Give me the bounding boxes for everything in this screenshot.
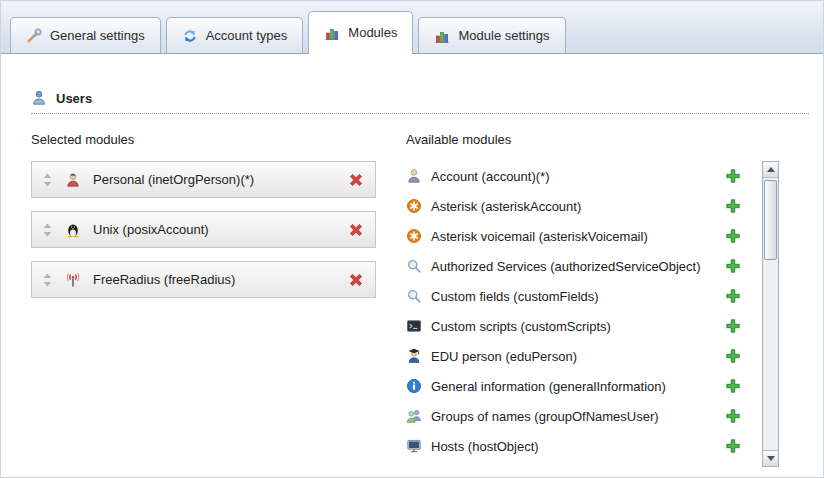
module-label: Authorized Services (authorizedServiceOb… bbox=[431, 259, 701, 274]
scroll-down-button[interactable] bbox=[763, 450, 778, 466]
module-label: Unix (posixAccount) bbox=[93, 222, 209, 237]
add-icon[interactable] bbox=[725, 318, 741, 334]
available-module-row: General information (generalInformation) bbox=[406, 371, 755, 401]
delete-icon[interactable] bbox=[348, 172, 364, 188]
selected-modules-column: Selected modules Personal (inetOrgPerson… bbox=[31, 132, 376, 467]
sync-icon bbox=[182, 28, 198, 44]
module-label: Asterisk voicemail (asteriskVoicemail) bbox=[431, 229, 648, 244]
lam-configuration-page: General settings Account types Modules M… bbox=[0, 0, 824, 478]
module-label: FreeRadius (freeRadius) bbox=[93, 272, 235, 287]
section-title: Users bbox=[56, 91, 92, 106]
add-icon[interactable] bbox=[725, 258, 741, 274]
scrollbar[interactable] bbox=[762, 161, 779, 467]
selected-module-row: FreeRadius (freeRadius) bbox=[31, 261, 376, 298]
scroll-up-button[interactable] bbox=[763, 162, 778, 178]
scrollbar-thumb[interactable] bbox=[764, 180, 777, 260]
account-icon bbox=[406, 168, 422, 184]
selected-modules-heading: Selected modules bbox=[31, 132, 376, 147]
modules-columns: Selected modules Personal (inetOrgPerson… bbox=[31, 132, 823, 467]
available-module-row: Custom fields (customFields) bbox=[406, 281, 755, 311]
drag-handle-icon[interactable] bbox=[43, 223, 52, 237]
add-icon[interactable] bbox=[725, 168, 741, 184]
available-module-row: Asterisk voicemail (asteriskVoicemail) bbox=[406, 221, 755, 251]
antenna-icon bbox=[65, 272, 81, 288]
tab-label: Account types bbox=[206, 28, 288, 43]
asterisk-icon bbox=[406, 198, 422, 214]
available-modules-heading: Available modules bbox=[406, 132, 779, 147]
selected-module-row: Unix (posixAccount) bbox=[31, 211, 376, 248]
asterisk-icon bbox=[406, 228, 422, 244]
module-label: Account (account)(*) bbox=[431, 169, 550, 184]
add-icon[interactable] bbox=[725, 408, 741, 424]
available-module-row: EDU person (eduPerson) bbox=[406, 341, 755, 371]
edu-person-icon bbox=[406, 348, 422, 364]
available-module-row: Account (account)(*) bbox=[406, 161, 755, 191]
delete-icon[interactable] bbox=[348, 272, 364, 288]
add-icon[interactable] bbox=[725, 198, 741, 214]
arrow-down-icon bbox=[767, 456, 775, 461]
available-modules-list-wrap: Account (account)(*) Asterisk (asteriskA… bbox=[406, 161, 779, 467]
available-module-row: Hosts (hostObject) bbox=[406, 431, 755, 461]
delete-icon[interactable] bbox=[348, 222, 364, 238]
host-icon bbox=[406, 438, 422, 454]
available-module-row: Authorized Services (authorizedServiceOb… bbox=[406, 251, 755, 281]
tab-general-settings[interactable]: General settings bbox=[10, 17, 161, 53]
drag-handle-icon[interactable] bbox=[43, 173, 52, 187]
magnifier-icon bbox=[406, 288, 422, 304]
scrollbar-track[interactable] bbox=[763, 178, 778, 450]
module-label: Groups of names (groupOfNamesUser) bbox=[431, 409, 659, 424]
bar-chart-icon bbox=[434, 28, 450, 44]
available-module-row: Asterisk (asteriskAccount) bbox=[406, 191, 755, 221]
module-label: Hosts (hostObject) bbox=[431, 439, 539, 454]
add-icon[interactable] bbox=[725, 288, 741, 304]
tab-module-settings[interactable]: Module settings bbox=[418, 17, 565, 53]
arrow-up-icon bbox=[767, 167, 775, 172]
module-label: Custom scripts (customScripts) bbox=[431, 319, 611, 334]
personal-module-icon bbox=[65, 172, 81, 188]
group-icon bbox=[406, 408, 422, 424]
available-module-row: Groups of names (groupOfNamesUser) bbox=[406, 401, 755, 431]
available-modules-list: Account (account)(*) Asterisk (asteriskA… bbox=[406, 161, 755, 461]
available-module-row: Custom scripts (customScripts) bbox=[406, 311, 755, 341]
selected-module-row: Personal (inetOrgPerson)(*) bbox=[31, 161, 376, 198]
module-label: Personal (inetOrgPerson)(*) bbox=[93, 172, 254, 187]
add-icon[interactable] bbox=[725, 378, 741, 394]
tab-account-types[interactable]: Account types bbox=[166, 17, 304, 53]
terminal-icon bbox=[406, 318, 422, 334]
tab-label: Modules bbox=[348, 25, 397, 40]
info-icon bbox=[406, 378, 422, 394]
drag-handle-icon[interactable] bbox=[43, 273, 52, 287]
unix-penguin-icon bbox=[65, 222, 81, 238]
add-icon[interactable] bbox=[725, 438, 741, 454]
add-icon[interactable] bbox=[725, 348, 741, 364]
tab-label: Module settings bbox=[458, 28, 549, 43]
module-label: Custom fields (customFields) bbox=[431, 289, 599, 304]
available-modules-column: Available modules Account (account)(*) A… bbox=[406, 132, 779, 467]
module-label: EDU person (eduPerson) bbox=[431, 349, 577, 364]
users-section-heading: Users bbox=[31, 90, 809, 114]
module-label: General information (generalInformation) bbox=[431, 379, 666, 394]
wrench-icon bbox=[26, 28, 42, 44]
add-icon[interactable] bbox=[725, 228, 741, 244]
module-label: Asterisk (asteriskAccount) bbox=[431, 199, 581, 214]
magnifier-icon bbox=[406, 258, 422, 274]
tab-modules[interactable]: Modules bbox=[308, 11, 413, 54]
user-icon bbox=[31, 90, 47, 106]
bar-chart-icon bbox=[324, 25, 340, 41]
tab-label: General settings bbox=[50, 28, 145, 43]
tab-bar: General settings Account types Modules M… bbox=[1, 1, 823, 54]
